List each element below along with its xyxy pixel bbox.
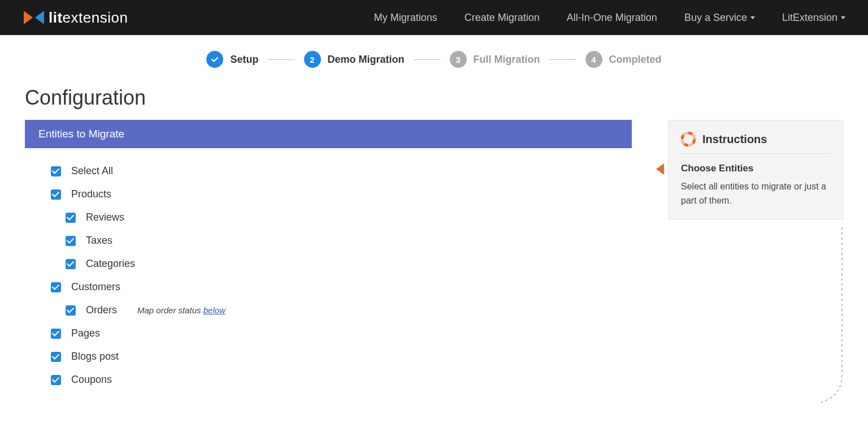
entities-list: Select All Products Reviews Taxes Catego…	[25, 148, 632, 386]
entity-label: Reviews	[86, 212, 124, 223]
instructions-column: Instructions Choose Entities Select all …	[668, 120, 843, 220]
nav-create-migration[interactable]: Create Migration	[465, 12, 540, 24]
checkbox-orders[interactable]	[66, 305, 76, 316]
entity-coupons: Coupons	[51, 374, 618, 386]
section-entities-header: Entities to Migrate	[25, 120, 632, 148]
entity-label: Categories	[86, 258, 135, 270]
entity-select-all: Select All	[51, 165, 618, 177]
page-title: Configuration	[25, 86, 843, 110]
step-label: Full Migration	[474, 54, 540, 66]
nav-litextension[interactable]: LitExtension	[782, 12, 845, 24]
entity-categories: Categories	[51, 258, 618, 270]
life-ring-icon	[681, 132, 696, 146]
step-connector	[414, 59, 441, 60]
top-nav-bar: litextension My Migrations Create Migrat…	[0, 0, 868, 35]
entity-reviews: Reviews	[51, 212, 618, 223]
orders-hint-text: Map order status	[137, 305, 203, 315]
entity-pages: Pages	[51, 327, 618, 339]
entity-blogs: Blogs post	[51, 351, 618, 363]
nav-all-in-one[interactable]: All-In-One Migration	[567, 12, 657, 24]
step-label: Demo Migration	[328, 54, 405, 66]
svg-point-1	[682, 133, 695, 145]
logo-icon	[23, 8, 45, 27]
entity-orders: Orders Map order status below	[51, 304, 618, 316]
step-circle-pending: 4	[585, 51, 602, 68]
entity-label: Orders	[86, 304, 117, 316]
step-connector	[268, 59, 295, 60]
checkbox-reviews[interactable]	[66, 213, 76, 223]
checkbox-products[interactable]	[51, 189, 61, 200]
logo-text: litextension	[49, 9, 128, 27]
checkbox-customers[interactable]	[51, 282, 61, 292]
instructions-panel: Instructions Choose Entities Select all …	[668, 120, 843, 220]
entity-products: Products	[51, 188, 618, 200]
orders-hint-link[interactable]: below	[203, 305, 225, 315]
dashed-connector-icon	[821, 227, 843, 408]
caret-down-icon	[841, 16, 845, 19]
step-connector	[549, 59, 576, 60]
step-demo-migration[interactable]: 2 Demo Migration	[304, 51, 405, 68]
entity-label: Coupons	[71, 374, 112, 386]
check-icon	[210, 55, 219, 64]
step-setup[interactable]: Setup	[206, 51, 258, 68]
checkbox-select-all[interactable]	[51, 166, 61, 176]
entity-taxes: Taxes	[51, 235, 618, 247]
progress-stepper: Setup 2 Demo Migration 3 Full Migration …	[0, 35, 868, 79]
step-completed[interactable]: 4 Completed	[585, 51, 662, 68]
entity-customers: Customers	[51, 281, 618, 293]
nav-buy-service[interactable]: Buy a Service	[684, 12, 755, 24]
nav-menu: My Migrations Create Migration All-In-On…	[374, 12, 845, 24]
instructions-body: Choose Entities Select all entities to m…	[681, 163, 830, 208]
entity-label: Taxes	[86, 235, 112, 247]
step-label: Setup	[230, 54, 258, 66]
step-circle-pending: 3	[450, 51, 467, 68]
nav-my-migrations[interactable]: My Migrations	[374, 12, 437, 24]
instructions-title: Instructions	[702, 133, 767, 146]
caret-down-icon	[750, 16, 755, 19]
checkbox-taxes[interactable]	[66, 236, 76, 246]
checkbox-categories[interactable]	[66, 259, 76, 269]
nav-buy-service-label: Buy a Service	[684, 12, 747, 24]
step-label: Completed	[609, 54, 662, 66]
checkbox-pages[interactable]	[51, 329, 61, 339]
nav-litextension-label: LitExtension	[782, 12, 837, 24]
entity-label: Pages	[71, 327, 100, 339]
brand-logo[interactable]: litextension	[23, 8, 128, 27]
checkbox-coupons[interactable]	[51, 375, 61, 385]
step-circle-done	[206, 51, 223, 68]
instructions-text: Select all entities to migrate or just a…	[681, 180, 830, 208]
step-circle-active: 2	[304, 51, 321, 68]
entity-label: Select All	[71, 165, 113, 177]
step-full-migration[interactable]: 3 Full Migration	[450, 51, 540, 68]
entity-label: Blogs post	[71, 351, 119, 363]
entity-label: Products	[71, 188, 111, 200]
orders-hint: Map order status below	[137, 305, 225, 315]
instructions-header: Instructions	[681, 132, 830, 154]
pointer-triangle-icon	[656, 163, 664, 175]
checkbox-blogs[interactable]	[51, 352, 61, 362]
instructions-subtitle: Choose Entities	[681, 163, 830, 174]
entity-label: Customers	[71, 281, 120, 293]
config-column: Entities to Migrate Select All Products …	[25, 120, 632, 397]
